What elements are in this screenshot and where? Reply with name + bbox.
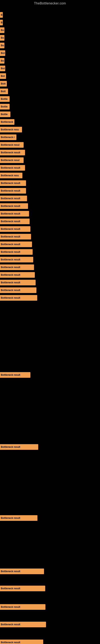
bar-row-31: Bottleneck result — [0, 249, 33, 255]
bar-label-27: Bottleneck result — [0, 218, 30, 224]
bar-label-20: Bottleneck result — [0, 165, 25, 171]
bar-label-44: Bottleneck result — [0, 622, 46, 627]
bar-row-5: Bot — [0, 50, 5, 56]
bar-row-18: Bottleneck result — [0, 150, 25, 155]
bar-row-14: Bottleneck — [0, 119, 14, 125]
bar-row-25: Bottleneck result — [0, 203, 28, 209]
bar-label-25: Bottleneck result — [0, 203, 28, 209]
bar-row-32: Bottleneck result — [0, 257, 33, 262]
bar-label-33: Bottleneck result — [0, 264, 34, 270]
bar-label-15: Bottleneck resu — [0, 127, 22, 132]
bar-row-42: Bottleneck result — [0, 586, 45, 591]
bar-label-4: Bo — [0, 43, 4, 48]
site-title: TheBottlenecker.com — [0, 0, 100, 6]
bar-row-45: Bottleneck result — [0, 640, 43, 644]
bar-row-0: B — [0, 12, 3, 18]
bar-row-20: Bottleneck result — [0, 165, 25, 171]
bar-row-7: Bot — [0, 66, 5, 71]
bar-row-6: Bo — [0, 58, 4, 64]
bar-label-36: Bottleneck result — [0, 288, 36, 293]
bar-label-39: Bottleneck result — [0, 444, 38, 450]
bar-label-3: Bo — [0, 35, 4, 41]
bar-row-27: Bottleneck result — [0, 218, 30, 224]
bar-row-13: Bottle — [0, 112, 10, 117]
bar-row-2: Bo — [0, 27, 4, 33]
bar-label-11: Bottle — [0, 96, 10, 102]
bar-row-10: Bott — [0, 88, 8, 94]
bar-label-7: Bot — [0, 66, 5, 71]
bar-label-19: Bottleneck resul — [0, 158, 24, 163]
bar-row-12: Bottle — [0, 104, 10, 110]
bar-row-19: Bottleneck resul — [0, 158, 24, 163]
bar-row-34: Bottleneck result — [0, 272, 35, 278]
bar-label-18: Bottleneck result — [0, 150, 25, 155]
bar-label-45: Bottleneck result — [0, 640, 43, 644]
bar-row-21: Bottleneck resu — [0, 173, 22, 178]
bar-label-12: Bottle — [0, 104, 10, 110]
bar-row-33: Bottleneck result — [0, 264, 34, 270]
bar-label-41: Bottleneck result — [0, 568, 44, 574]
bar-row-17: Bottleneck resul — [0, 142, 24, 148]
bar-label-5: Bot — [0, 50, 5, 56]
bar-label-29: Bottleneck result — [0, 234, 31, 240]
bar-row-3: Bo — [0, 35, 4, 41]
bar-row-40: Bottleneck result — [0, 515, 37, 521]
bar-row-4: Bo — [0, 43, 4, 48]
bar-row-39: Bottleneck result — [0, 444, 38, 450]
bar-label-17: Bottleneck resul — [0, 142, 24, 148]
bar-row-43: Bottleneck result — [0, 604, 46, 610]
bar-label-35: Bottleneck result — [0, 280, 36, 285]
bar-row-41: Bottleneck result — [0, 568, 44, 574]
bar-label-10: Bott — [0, 88, 8, 94]
bar-label-13: Bottle — [0, 112, 10, 117]
bar-label-34: Bottleneck result — [0, 272, 35, 278]
bar-label-9: Bott — [0, 81, 7, 86]
bar-row-35: Bottleneck result — [0, 280, 36, 285]
bar-label-0: B — [0, 12, 3, 18]
bar-row-37: Bottleneck result — [0, 295, 37, 301]
bar-label-6: Bo — [0, 58, 4, 64]
bar-label-2: Bo — [0, 27, 4, 33]
bar-row-24: Bottleneck result — [0, 196, 27, 201]
bar-row-22: Bottleneck result — [0, 180, 26, 186]
bar-label-1: B — [0, 20, 3, 25]
bar-label-22: Bottleneck result — [0, 180, 26, 186]
bar-row-8: Bot — [0, 73, 6, 79]
bar-label-21: Bottleneck resu — [0, 173, 22, 178]
bar-row-44: Bottleneck result — [0, 622, 46, 627]
bar-row-29: Bottleneck result — [0, 234, 31, 240]
bar-label-23: Bottleneck result — [0, 188, 26, 194]
bar-row-16: Bottleneck r — [0, 134, 16, 140]
bar-row-26: Bottleneck result — [0, 211, 29, 216]
bar-label-26: Bottleneck result — [0, 211, 29, 216]
bar-row-15: Bottleneck resu — [0, 127, 22, 132]
bar-label-42: Bottleneck result — [0, 586, 45, 591]
bar-row-36: Bottleneck result — [0, 288, 36, 293]
bar-row-28: Bottleneck result — [0, 226, 30, 232]
bar-label-16: Bottleneck r — [0, 134, 16, 140]
bar-label-24: Bottleneck result — [0, 196, 27, 201]
bar-row-11: Bottle — [0, 96, 10, 102]
bar-label-30: Bottleneck result — [0, 242, 32, 247]
bar-label-28: Bottleneck result — [0, 226, 30, 232]
bar-label-8: Bot — [0, 73, 6, 79]
bar-label-32: Bottleneck result — [0, 257, 33, 262]
bar-row-1: B — [0, 20, 3, 25]
bar-label-43: Bottleneck result — [0, 604, 46, 610]
bar-label-37: Bottleneck result — [0, 295, 37, 301]
bar-label-14: Bottleneck — [0, 119, 14, 125]
bar-row-38: Bottleneck result — [0, 372, 30, 378]
bar-row-23: Bottleneck result — [0, 188, 26, 194]
bar-label-31: Bottleneck result — [0, 249, 33, 255]
bar-label-40: Bottleneck result — [0, 515, 37, 521]
bar-row-9: Bott — [0, 81, 7, 86]
bar-row-30: Bottleneck result — [0, 242, 32, 247]
bar-label-38: Bottleneck result — [0, 372, 30, 378]
